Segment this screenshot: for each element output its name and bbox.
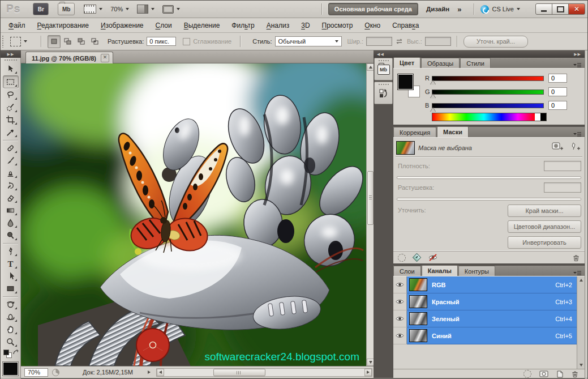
color-tab-образцы[interactable]: Образцы xyxy=(421,58,460,68)
menu-окно[interactable]: Окно xyxy=(364,22,380,29)
width-input[interactable] xyxy=(366,37,392,46)
history-panel-button[interactable] xyxy=(374,82,393,104)
g-slider-track[interactable] xyxy=(432,90,544,95)
b-value-input[interactable]: 0 xyxy=(548,101,567,110)
masks-tab-маски[interactable]: Маски xyxy=(437,126,469,137)
add-pixel-mask-icon[interactable] xyxy=(552,142,563,151)
scroll-left-icon[interactable] xyxy=(157,369,164,376)
quick-selection-tool[interactable] xyxy=(3,101,18,113)
eyedropper-tool[interactable] xyxy=(3,126,18,138)
chevron-down-icon[interactable] xyxy=(126,8,129,10)
load-selection-from-mask-icon[interactable] xyxy=(398,254,406,262)
selection-mode-new-button[interactable] xyxy=(48,35,61,48)
color-spectrum-ramp[interactable] xyxy=(432,113,536,121)
screen-mode-icon[interactable] xyxy=(162,5,174,14)
view-extras-icon[interactable] xyxy=(84,5,96,14)
mask-button-1[interactable]: Цветовой диапазон... xyxy=(508,220,581,233)
spectrum-black-swatch[interactable] xyxy=(540,113,547,121)
mask-density-slider[interactable] xyxy=(397,176,581,179)
clone-stamp-tool[interactable] xyxy=(3,167,18,179)
crop-tool[interactable] xyxy=(3,114,18,126)
menu-файл[interactable]: Файл xyxy=(8,22,25,29)
slider-handle[interactable] xyxy=(430,108,436,112)
channel-row-body[interactable]: ЗеленыйCtrl+4 xyxy=(407,310,585,327)
launch-mini-bridge-button[interactable]: Mb xyxy=(58,3,75,15)
scroll-right-icon[interactable] xyxy=(364,369,372,376)
path-selection-tool[interactable] xyxy=(3,270,18,282)
antialias-checkbox[interactable] xyxy=(183,38,190,45)
document-size-status[interactable]: Док: 2,15M/2,15M xyxy=(83,369,133,376)
scroll-down-icon[interactable] xyxy=(577,361,585,369)
vertical-scroll-thumb[interactable] xyxy=(367,171,374,225)
style-select[interactable]: Обычный xyxy=(275,36,342,46)
r-slider-track[interactable] xyxy=(432,76,544,81)
menu-просмотр[interactable]: Просмотр xyxy=(322,22,353,29)
channels-tab-каналы[interactable]: Каналы xyxy=(422,265,458,276)
load-channel-as-selection-icon[interactable] xyxy=(523,370,531,378)
b-slider-track[interactable] xyxy=(432,103,544,108)
add-vector-mask-icon[interactable] xyxy=(569,142,580,151)
mask-density-input[interactable] xyxy=(544,161,581,171)
zoom-tool[interactable] xyxy=(3,336,18,348)
r-value-input[interactable]: 0 xyxy=(548,74,567,83)
channel-row-зеленый[interactable]: ЗеленыйCtrl+4 xyxy=(393,310,585,327)
minimize-button[interactable] xyxy=(535,3,552,15)
color-tab-стили[interactable]: Стили xyxy=(460,58,491,68)
menu-изображение[interactable]: Изображение xyxy=(101,22,144,29)
mask-button-0[interactable]: Край маски... xyxy=(508,205,581,217)
chevron-down-icon[interactable] xyxy=(177,8,180,10)
delete-mask-trash-icon[interactable] xyxy=(572,254,580,262)
drag-grip[interactable] xyxy=(2,35,5,48)
mask-feather-input[interactable] xyxy=(544,182,581,193)
height-input[interactable] xyxy=(425,37,451,46)
masks-tab-коррекция[interactable]: Коррекция xyxy=(393,127,436,137)
timing-icon[interactable] xyxy=(51,368,60,377)
mask-button-2[interactable]: Инвертировать xyxy=(508,236,581,249)
selection-mode-add-button[interactable] xyxy=(61,35,74,48)
cs-live-menu[interactable]: CS Live xyxy=(480,5,528,14)
slider-handle[interactable] xyxy=(430,80,436,85)
launch-bridge-button[interactable]: Br xyxy=(33,3,49,15)
chevron-down-icon[interactable] xyxy=(24,40,27,42)
move-tool[interactable] xyxy=(3,63,18,75)
menu-3d[interactable]: 3D xyxy=(301,22,310,29)
channel-row-body[interactable]: RGBCtrl+2 xyxy=(407,276,585,293)
type-tool[interactable]: T xyxy=(3,258,18,270)
pen-tool[interactable] xyxy=(3,245,18,257)
save-selection-as-channel-icon[interactable] xyxy=(539,371,548,377)
canvas-image[interactable]: softwarecracker24.blogspot.com xyxy=(21,63,366,366)
swap-dimensions-icon[interactable] xyxy=(395,38,404,45)
scroll-up-icon[interactable] xyxy=(577,276,585,284)
document-tab[interactable]: 11.jpg @ 70% (RGB/8) ✕ xyxy=(25,52,113,64)
vertical-scrollbar[interactable] xyxy=(366,63,374,366)
channels-tab-слои[interactable]: Слои xyxy=(393,266,421,276)
menu-справка[interactable]: Справка xyxy=(392,22,419,29)
channels-scrollbar[interactable] xyxy=(577,276,585,369)
gradient-tool[interactable] xyxy=(3,205,18,216)
swap-colors-icon[interactable] xyxy=(12,348,20,356)
channel-row-body[interactable]: СинийCtrl+5 xyxy=(407,327,585,344)
menu-фильтр[interactable]: Фильтр xyxy=(231,22,254,29)
tools-panel-header[interactable]: ▶▶ xyxy=(1,50,21,58)
foreground-color-swatch[interactable] xyxy=(3,362,18,376)
eraser-tool[interactable] xyxy=(3,192,18,204)
channel-row-синий[interactable]: СинийCtrl+5 xyxy=(393,327,585,344)
menu-анализ[interactable]: Анализ xyxy=(267,22,290,29)
history-brush-tool[interactable] xyxy=(3,180,18,191)
horizontal-scroll-thumb[interactable] xyxy=(213,369,265,376)
workspace-switcher-design[interactable]: Дизайн xyxy=(426,6,449,12)
arrange-documents-icon[interactable] xyxy=(137,5,148,14)
rotate-3d-tool[interactable] xyxy=(3,299,18,310)
menu-слои[interactable]: Слои xyxy=(156,22,172,29)
brush-tool[interactable] xyxy=(3,155,18,167)
chevron-down-icon[interactable] xyxy=(151,8,154,10)
channel-row-красный[interactable]: КрасныйCtrl+3 xyxy=(393,293,585,310)
orbit-3d-tool[interactable] xyxy=(3,311,18,323)
new-channel-icon[interactable] xyxy=(556,371,563,378)
channel-row-body[interactable]: КрасныйCtrl+3 xyxy=(407,293,585,310)
dodge-tool[interactable] xyxy=(3,229,18,241)
mini-bridge-panel-button[interactable]: Mb xyxy=(374,58,393,80)
selection-mode-intersect-button[interactable] xyxy=(88,35,101,48)
channels-tab-контуры[interactable]: Контуры xyxy=(458,266,495,276)
maximize-button[interactable] xyxy=(552,3,569,15)
